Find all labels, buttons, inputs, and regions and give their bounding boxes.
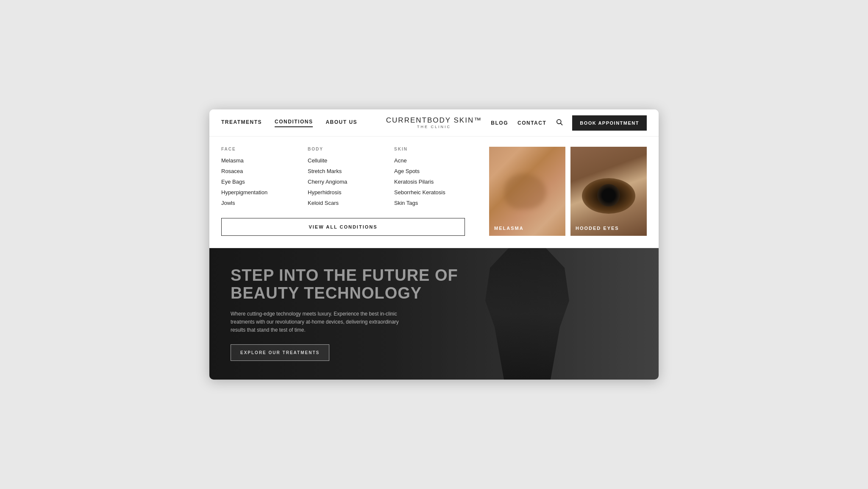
nav-right: BLOG CONTACT BOOK APPOINTMENT — [491, 115, 647, 131]
link-cherry-angioma[interactable]: Cherry Angioma — [308, 179, 386, 185]
link-skin-tags[interactable]: Skin Tags — [394, 200, 472, 206]
nav-blog[interactable]: BLOG — [491, 120, 508, 126]
link-hyperpigmentation[interactable]: Hyperpigmentation — [221, 189, 299, 196]
hero-title-line1: STEP INTO THE FUTURE OF — [231, 266, 458, 284]
hooded-eyes-image — [570, 147, 647, 236]
dropdown-image-cards: MELASMA HOODED EYES — [489, 147, 647, 236]
melasma-image — [489, 147, 565, 236]
search-icon[interactable] — [556, 118, 563, 127]
link-cellulite[interactable]: Cellulite — [308, 157, 386, 164]
link-jowls[interactable]: Jowls — [221, 200, 299, 206]
logo-area: CURRENTBODY SKIN™ THE CLINIC — [386, 117, 482, 129]
face-category-label: FACE — [221, 147, 299, 151]
melasma-card-label: MELASMA — [494, 226, 524, 231]
link-seborrheic-keratosis[interactable]: Seborrheic Keratosis — [394, 189, 472, 196]
hooded-eyes-card[interactable]: HOODED EYES — [570, 147, 647, 236]
hero-title: STEP INTO THE FUTURE OF BEAUTY TECHNOLOG… — [231, 267, 458, 302]
browser-window: TREATMENTS CONDITIONS ABOUT US CURRENTBO… — [209, 109, 659, 380]
link-hyperhidrosis[interactable]: Hyperhidrosis — [308, 189, 386, 196]
svg-line-1 — [561, 123, 562, 125]
link-keratosis-pilaris[interactable]: Keratosis Pilaris — [394, 179, 472, 185]
melasma-card[interactable]: MELASMA — [489, 147, 565, 236]
hooded-eyes-card-label: HOODED EYES — [576, 226, 619, 231]
hero-description: Where cutting-edge technology meets luxu… — [231, 310, 400, 335]
explore-treatments-button[interactable]: EXPLORE OUR TREATMENTS — [231, 344, 329, 361]
link-acne[interactable]: Acne — [394, 157, 472, 164]
nav-bar: TREATMENTS CONDITIONS ABOUT US CURRENTBO… — [209, 109, 659, 137]
dropdown-col-skin: SKIN Acne Age Spots Keratosis Pilaris Se… — [394, 147, 481, 210]
nav-left: TREATMENTS CONDITIONS ABOUT US — [221, 119, 357, 127]
conditions-dropdown: FACE Melasma Rosacea Eye Bags Hyperpigme… — [209, 137, 659, 248]
dropdown-col-face: FACE Melasma Rosacea Eye Bags Hyperpigme… — [221, 147, 308, 210]
view-all-conditions-button[interactable]: VIEW ALL CONDITIONS — [221, 218, 465, 236]
nav-item-about[interactable]: ABOUT US — [326, 119, 357, 127]
body-category-label: BODY — [308, 147, 386, 151]
hero-title-line2: BEAUTY TECHNOLOGY — [231, 284, 422, 302]
link-melasma[interactable]: Melasma — [221, 157, 299, 164]
link-keloid-scars[interactable]: Keloid Scars — [308, 200, 386, 206]
logo-text[interactable]: CURRENTBODY SKIN™ — [386, 116, 482, 124]
nav-item-treatments[interactable]: TREATMENTS — [221, 119, 262, 127]
nav-item-conditions[interactable]: CONDITIONS — [275, 119, 313, 127]
link-stretch-marks[interactable]: Stretch Marks — [308, 168, 386, 174]
dropdown-col-body: BODY Cellulite Stretch Marks Cherry Angi… — [308, 147, 394, 210]
hero-section: STEP INTO THE FUTURE OF BEAUTY TECHNOLOG… — [209, 248, 659, 380]
nav-contact[interactable]: CONTACT — [517, 120, 546, 126]
logo-sub: THE CLINIC — [386, 125, 482, 129]
hero-content: STEP INTO THE FUTURE OF BEAUTY TECHNOLOG… — [231, 267, 458, 361]
view-all-wrap: VIEW ALL CONDITIONS — [221, 218, 481, 236]
skin-category-label: SKIN — [394, 147, 472, 151]
logo-brand: CURRENTBODY SKIN™ — [386, 117, 482, 124]
book-appointment-button[interactable]: BOOK APPOINTMENT — [572, 115, 647, 131]
dropdown-columns: FACE Melasma Rosacea Eye Bags Hyperpigme… — [221, 147, 481, 210]
link-eye-bags[interactable]: Eye Bags — [221, 179, 299, 185]
link-age-spots[interactable]: Age Spots — [394, 168, 472, 174]
link-rosacea[interactable]: Rosacea — [221, 168, 299, 174]
